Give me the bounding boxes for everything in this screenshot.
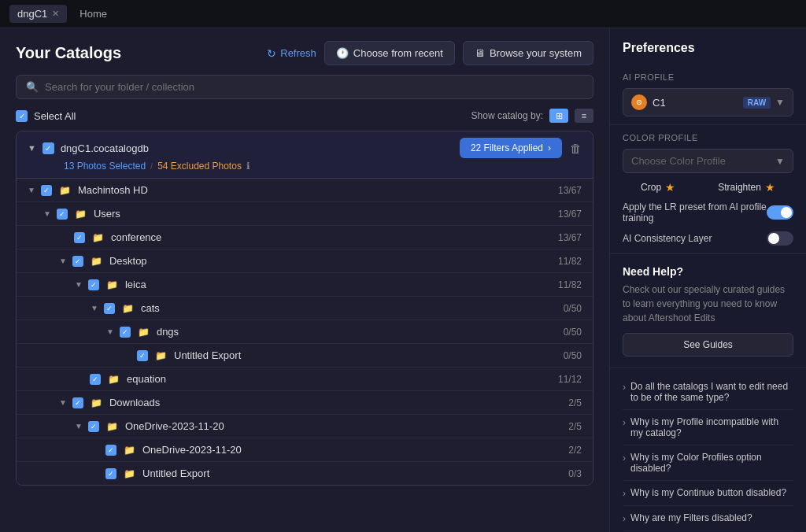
faq-arrow-icon: › <box>623 488 626 499</box>
faq-item[interactable]: › Why is my Profile incompatible with my… <box>623 410 793 445</box>
faq-item[interactable]: › Why are my Filters disabled? <box>623 506 793 531</box>
tree-row-left: ▼ ✓ 📁 Downloads <box>59 397 160 408</box>
faq-item[interactable]: › Why is my Continue button disabled? <box>623 481 793 506</box>
tree-row-left: ✓ 📁 Untitled Export <box>91 467 209 479</box>
filters-label: 22 Filters Applied <box>471 142 543 153</box>
topbar-home[interactable]: Home <box>79 8 107 20</box>
ai-profile-section: AI Profile ⊙ C1 RAW ▼ <box>610 65 806 125</box>
tree-item-name: Untitled Export <box>174 349 241 361</box>
tree-row-left: ▼ ✓ 📁 leica <box>75 279 146 290</box>
straighten-label: Straighten <box>718 182 761 193</box>
catalog-checkbox[interactable]: ✓ <box>43 142 54 154</box>
tree-caret-icon[interactable]: ▼ <box>59 398 67 407</box>
tree-caret-icon[interactable]: ▼ <box>106 327 114 336</box>
tree-item-count: 0/50 <box>564 327 582 338</box>
tree-item-name: dngs <box>157 326 179 338</box>
refresh-button[interactable]: ↻ Refresh <box>267 47 316 60</box>
ai-consistency-toggle[interactable] <box>767 231 793 246</box>
tree-checkbox[interactable]: ✓ <box>137 350 148 361</box>
faq-question: Why are my Filters disabled? <box>630 512 752 523</box>
excluded-count: 54 Excluded Photos <box>157 161 242 172</box>
info-icon: ℹ <box>246 161 250 172</box>
tree-checkbox[interactable]: ✓ <box>90 374 101 385</box>
faq-arrow-icon: › <box>623 453 626 464</box>
tree-caret-icon[interactable]: ▼ <box>43 209 51 218</box>
tree-checkbox[interactable]: ✓ <box>72 397 83 408</box>
tree-item-count: 13/67 <box>558 209 582 220</box>
choose-recent-label: Choose from recent <box>353 47 443 59</box>
filters-button[interactable]: 22 Filters Applied › <box>460 138 562 158</box>
select-all-checkbox[interactable]: ✓ <box>16 110 28 122</box>
tree-item-name: Users <box>94 208 120 220</box>
ai-profile-row: ⊙ C1 RAW ▼ <box>623 88 793 116</box>
tree-checkbox[interactable]: ✓ <box>104 303 115 314</box>
tree-item-name: OneDrive-2023-11-20 <box>125 420 224 432</box>
lr-preset-toggle[interactable] <box>767 205 793 220</box>
tree-checkbox[interactable]: ✓ <box>120 327 131 338</box>
tab-close-icon[interactable]: ✕ <box>52 9 59 19</box>
raw-badge: RAW <box>743 97 771 109</box>
list-view-button[interactable]: ≡ <box>575 109 593 123</box>
choose-recent-button[interactable]: 🕐 Choose from recent <box>324 41 455 65</box>
tree-item-count: 13/67 <box>558 232 582 243</box>
toggle-knob <box>781 207 792 218</box>
tree-checkbox[interactable]: ✓ <box>105 445 116 456</box>
topbar-tab-dngc1[interactable]: dngC1 ✕ <box>9 5 67 23</box>
tree-checkbox[interactable]: ✓ <box>105 468 116 479</box>
preferences-title: Preferences <box>610 28 806 65</box>
tree-caret-icon[interactable]: ▼ <box>28 186 35 194</box>
browse-system-button[interactable]: 🖥 Browse your system <box>463 41 593 65</box>
tree-checkbox[interactable]: ✓ <box>57 209 68 220</box>
refresh-icon: ↻ <box>267 47 276 60</box>
tree-row-left: ✓ 📁 OneDrive-2023-11-20 <box>91 444 242 456</box>
clock-icon: 🕐 <box>336 47 349 59</box>
search-input-wrap: 🔍 <box>16 75 593 99</box>
faq-question: Why is my Profile incompatible with my c… <box>630 416 793 438</box>
search-input[interactable] <box>45 81 583 93</box>
tree-checkbox[interactable]: ✓ <box>88 279 99 290</box>
faq-section: › Do all the catalogs I want to edit nee… <box>610 368 806 532</box>
tree-row-left: ✓ 📁 equation <box>75 373 166 385</box>
tree-checkbox[interactable]: ✓ <box>72 256 83 267</box>
tree-caret-icon[interactable]: ▼ <box>59 257 67 265</box>
show-catalog-row: Show catalog by: ⊞ ≡ <box>471 109 593 123</box>
tree-item-name: Machintosh HD <box>78 184 148 196</box>
tree-caret-icon[interactable]: ▼ <box>91 304 98 312</box>
panel-header: Your Catalogs ↻ Refresh 🕐 Choose from re… <box>0 28 609 75</box>
tree-item-name: equation <box>127 373 166 385</box>
tree-checkbox[interactable]: ✓ <box>74 232 85 243</box>
tree-row: ▼ ✓ 📁 dngs 0/50 <box>17 320 593 344</box>
delete-catalog-icon[interactable]: 🗑 <box>570 142 582 155</box>
ai-consistency-knob <box>768 233 779 244</box>
faq-question: Why is my Continue button disabled? <box>630 487 786 498</box>
filters-arrow-icon: › <box>548 142 551 153</box>
color-profile-section: Color profile Choose Color Profile ▼ Cro… <box>610 125 806 254</box>
search-icon: 🔍 <box>26 81 39 93</box>
tree-caret-icon[interactable]: ▼ <box>75 422 83 430</box>
ai-profile-chevron-icon[interactable]: ▼ <box>775 97 785 108</box>
faq-item[interactable]: › Why is my Color Profiles option disabl… <box>623 445 793 481</box>
tree-checkbox[interactable]: ✓ <box>41 185 52 196</box>
catalog-name: dngC1.cocatalogdb <box>61 142 149 154</box>
tree-row: ✓ 📁 conference 13/67 <box>17 226 593 249</box>
topbar: dngC1 ✕ Home <box>0 0 806 28</box>
see-guides-button[interactable]: See Guides <box>623 333 793 357</box>
select-all-row: ✓ Select All <box>16 110 76 122</box>
folder-icon: 📁 <box>108 374 120 385</box>
left-panel: Your Catalogs ↻ Refresh 🕐 Choose from re… <box>0 28 609 532</box>
catalog-expand-icon[interactable]: ▼ <box>28 143 36 153</box>
color-profile-row[interactable]: Choose Color Profile ▼ <box>623 149 793 173</box>
monitor-icon: 🖥 <box>475 47 485 59</box>
tree-item-name: cats <box>141 302 160 314</box>
tree-item-count: 2/5 <box>568 421 582 432</box>
ai-profile-left: ⊙ C1 <box>631 94 666 110</box>
tree-item-name: conference <box>111 231 161 243</box>
refresh-label: Refresh <box>280 47 316 59</box>
faq-item[interactable]: › Do all the catalogs I want to edit nee… <box>623 375 793 410</box>
tree-checkbox[interactable]: ✓ <box>88 421 99 432</box>
catalog-box: ▼ ✓ dngC1.cocatalogdb 22 Filters Applied… <box>16 131 593 486</box>
faq-arrow-icon: › <box>623 513 626 524</box>
grid-view-button[interactable]: ⊞ <box>549 109 568 123</box>
search-bar: 🔍 <box>0 75 609 109</box>
tree-caret-icon[interactable]: ▼ <box>75 280 83 289</box>
